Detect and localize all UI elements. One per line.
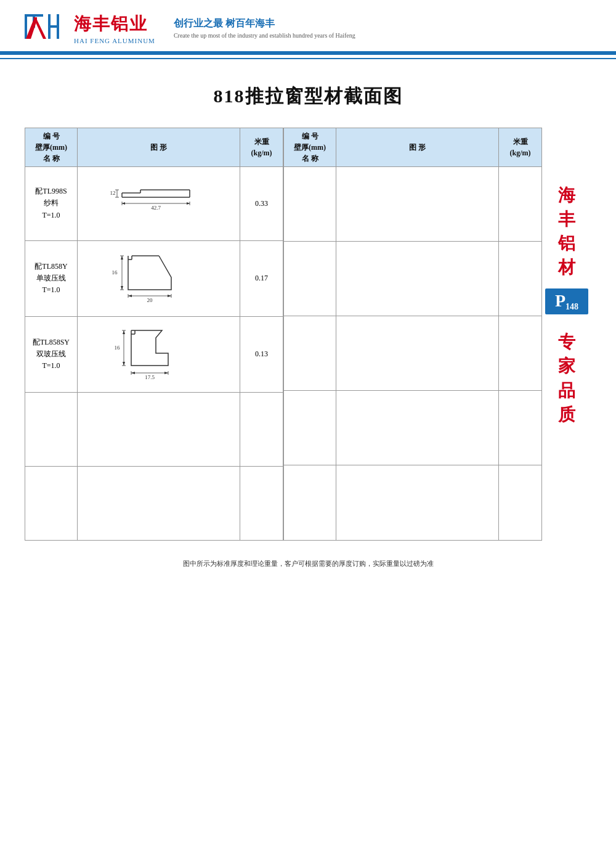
quality-char-1: 专 (558, 330, 575, 354)
weight-cell-3: 0.13 (240, 316, 283, 392)
code-cell-2: 配TL858Y单玻压线T=1.0 (25, 240, 78, 316)
svg-marker-52 (164, 372, 168, 374)
page-badge: P148 (545, 288, 588, 314)
left-header-weight: 米重(kg/m) (240, 128, 283, 166)
left-header-figure: 图 形 (78, 128, 240, 166)
right-table-row-1 (284, 166, 542, 241)
brand-char-1: 海 (558, 183, 575, 207)
slogan-english: Create the up most of the industry and e… (174, 32, 355, 39)
right-header-code: 编 号壁厚(mm)名 称 (284, 128, 336, 166)
right-header-weight: 米重(kg/m) (499, 128, 542, 166)
sidebar: 海 丰 铝 材 P148 专 家 品 质 (542, 128, 591, 541)
svg-marker-51 (131, 372, 135, 374)
table-row-empty-1 (25, 392, 283, 466)
table-row-empty-2 (25, 466, 283, 540)
page-title: 818推拉窗型材截面图 (0, 84, 616, 109)
weight-cell-1: 0.33 (240, 166, 283, 240)
figure-cell-2: 16 20 (78, 240, 240, 316)
weight-cell-5 (240, 466, 283, 540)
code-cell-5 (25, 466, 78, 540)
figure-cell-4 (78, 392, 240, 466)
svg-marker-32 (121, 286, 123, 290)
svg-marker-23 (187, 202, 190, 205)
svg-marker-45 (123, 330, 125, 334)
table-row: 配TL858SY双玻压线T=1.0 (25, 316, 283, 392)
svg-marker-38 (168, 295, 171, 297)
figure-cell-3: 16 17.5 (78, 316, 240, 392)
header-line-thin (0, 58, 616, 59)
svg-text:20: 20 (147, 297, 153, 303)
svg-marker-46 (123, 362, 125, 366)
slogan-chinese: 创行业之最 树百年海丰 (174, 17, 355, 30)
right-table-row-5 (284, 465, 542, 540)
svg-marker-4 (33, 17, 46, 39)
svg-text:16: 16 (111, 269, 118, 276)
page-badge-p: P (555, 291, 565, 310)
profile-svg-3: 16 17.5 (103, 319, 214, 387)
weight-cell-4 (240, 392, 283, 466)
brand-char-3: 铝 (558, 231, 575, 255)
quality-chars: 专 家 品 质 (558, 330, 575, 427)
page-header: 海丰铝业 HAI FENG ALUMINUM 创行业之最 树百年海丰 Creat… (0, 0, 616, 53)
right-table-row-3 (284, 316, 542, 390)
logo-area: 海丰铝业 HAI FENG ALUMINUM (25, 11, 155, 45)
company-name-chinese: 海丰铝业 (74, 12, 155, 36)
code-cell-1: 配TL998S纱料T=1.0 (25, 166, 78, 240)
company-name-english: HAI FENG ALUMINUM (74, 37, 155, 44)
sidebar-brand: 海 丰 铝 材 P148 专 家 品 质 (545, 183, 588, 427)
code-cell-4 (25, 392, 78, 466)
svg-text:16: 16 (114, 345, 120, 351)
table-row: 配TL858Y单玻压线T=1.0 (25, 240, 283, 316)
page-number: 148 (565, 302, 578, 311)
profile-svg-2: 16 20 (103, 243, 214, 311)
left-table: 编 号壁厚(mm)名 称 图 形 米重(kg/m) 配TL998S纱料T=1.0 (25, 128, 283, 541)
right-header-figure: 图 形 (336, 128, 499, 166)
header-line (0, 53, 616, 55)
quality-char-2: 家 (558, 354, 575, 378)
table-row: 配TL998S纱料T=1.0 (25, 166, 283, 240)
profile-svg-1: 12 42.7 (103, 171, 214, 233)
quality-char-3: 品 (558, 378, 575, 403)
figure-cell-5 (78, 466, 240, 540)
company-logo-icon (25, 11, 68, 45)
main-content: 编 号壁厚(mm)名 称 图 形 米重(kg/m) 配TL998S纱料T=1.0 (0, 128, 616, 541)
svg-text:17.5: 17.5 (145, 374, 155, 380)
svg-text:12: 12 (110, 190, 115, 196)
figure-cell-1: 12 42.7 (78, 166, 240, 240)
footer-note: 图中所示为标准厚度和理论重量，客户可根据需要的厚度订购，实际重量以过磅为准 (0, 559, 616, 581)
logo-text: 海丰铝业 HAI FENG ALUMINUM (74, 12, 155, 44)
brand-char-4: 材 (558, 255, 575, 279)
svg-rect-0 (25, 14, 27, 39)
svg-marker-22 (122, 202, 125, 205)
right-table: 编 号壁厚(mm)名 称 图 形 米重(kg/m) (283, 128, 542, 541)
svg-marker-37 (128, 295, 132, 297)
svg-marker-31 (121, 256, 123, 260)
table-section: 编 号壁厚(mm)名 称 图 形 米重(kg/m) 配TL998S纱料T=1.0 (25, 128, 542, 541)
right-table-row-4 (284, 391, 542, 465)
code-cell-3: 配TL858SY双玻压线T=1.0 (25, 316, 78, 392)
svg-text:42.7: 42.7 (151, 205, 161, 211)
weight-cell-2: 0.17 (240, 240, 283, 316)
brand-char-2: 丰 (558, 207, 575, 231)
right-table-row-2 (284, 241, 542, 316)
quality-char-4: 质 (558, 403, 575, 427)
tables-wrapper: 编 号壁厚(mm)名 称 图 形 米重(kg/m) 配TL998S纱料T=1.0 (25, 128, 542, 541)
left-header-code: 编 号壁厚(mm)名 称 (25, 128, 78, 166)
svg-rect-7 (57, 14, 59, 39)
header-slogan: 创行业之最 树百年海丰 Create the up most of the in… (174, 17, 355, 39)
